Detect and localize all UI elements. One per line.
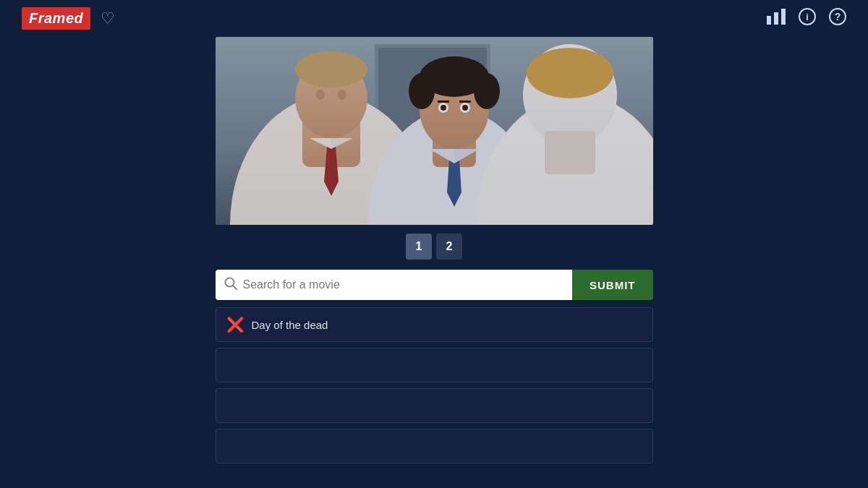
- submit-button[interactable]: SUBMIT: [572, 270, 653, 300]
- frame-dot-1[interactable]: 1: [406, 234, 432, 260]
- search-input[interactable]: [243, 270, 564, 300]
- svg-rect-0: [767, 16, 771, 25]
- stats-icon[interactable]: [767, 9, 786, 29]
- svg-rect-2: [781, 9, 786, 25]
- svg-rect-40: [216, 37, 653, 225]
- guess-row-1: ❌ Day of the dead: [216, 307, 653, 342]
- info-icon[interactable]: i: [799, 8, 816, 30]
- heart-icon[interactable]: ♡: [101, 9, 115, 28]
- svg-rect-1: [774, 12, 778, 25]
- header-left: Framed ♡: [22, 7, 115, 30]
- svg-text:i: i: [806, 12, 809, 22]
- search-icon: [224, 277, 237, 294]
- search-area: SUBMIT ❌ Day of the dead: [216, 270, 653, 463]
- guess-text-1: Day of the dead: [252, 319, 328, 331]
- guess-row-4: [216, 429, 653, 463]
- svg-line-42: [233, 286, 237, 289]
- guess-row-2: [216, 348, 653, 382]
- logo: Framed: [22, 7, 90, 30]
- help-icon[interactable]: ?: [829, 8, 846, 30]
- header-right: i ?: [767, 8, 846, 30]
- frame-dot-2[interactable]: 2: [436, 234, 462, 260]
- search-input-wrapper: [216, 270, 573, 300]
- header: Framed ♡ i ?: [0, 0, 868, 37]
- svg-text:?: ?: [835, 11, 841, 22]
- guess-row-3: [216, 388, 653, 423]
- guess-rows: ❌ Day of the dead: [216, 307, 653, 463]
- movie-frame: [216, 37, 653, 225]
- movie-frame-container: 1 2 SUBMIT ❌ Day of the dead: [216, 37, 653, 463]
- frame-indicators: 1 2: [216, 234, 653, 260]
- wrong-icon-1: ❌: [226, 316, 244, 333]
- search-row: SUBMIT: [216, 270, 653, 300]
